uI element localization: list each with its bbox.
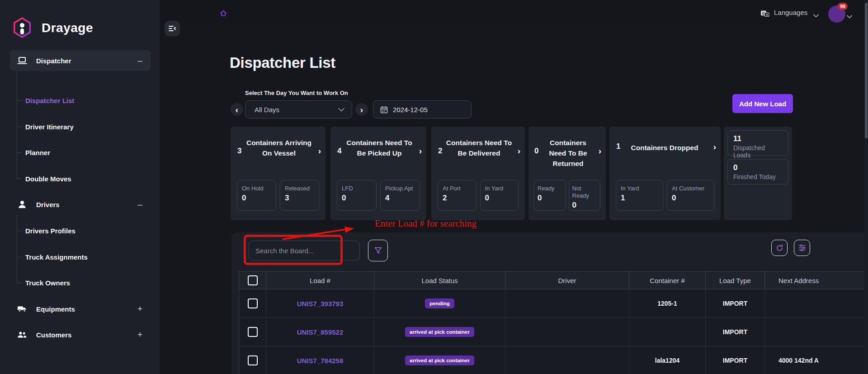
sidebar-item-dispatcher[interactable]: Dispatcher – xyxy=(10,50,151,71)
summary-label: Finished Today xyxy=(733,173,783,180)
sub-value: 0 xyxy=(485,194,514,203)
expand-toggle[interactable]: + xyxy=(137,330,142,340)
chevron-right-icon[interactable]: › xyxy=(518,146,520,156)
add-new-load-button[interactable]: Add New Load xyxy=(732,94,793,113)
truck-icon xyxy=(17,304,27,314)
stat-count: 1 xyxy=(616,142,620,151)
sub-value: 0 xyxy=(242,194,271,203)
app-root: G A Languages 99 Drayage xyxy=(0,0,868,374)
stat-count: 3 xyxy=(237,147,241,156)
sidebar-collapse-button[interactable] xyxy=(165,21,180,36)
stat-sub-released: Released 3 xyxy=(280,180,319,211)
previous-day-button[interactable]: ‹ xyxy=(231,103,243,116)
stat-count: 2 xyxy=(438,147,442,156)
stat-sub-not-ready: Not Ready 0 xyxy=(569,180,601,211)
brand-logo-icon xyxy=(12,16,33,41)
row-checkbox[interactable] xyxy=(248,355,258,365)
sidebar-item-truck-assignments[interactable]: Truck Assignments xyxy=(20,252,140,262)
row-checkbox[interactable] xyxy=(248,298,258,308)
sidebar-item-truck-owners[interactable]: Truck Owners xyxy=(20,278,140,288)
next-day-button[interactable]: › xyxy=(355,103,368,116)
stat-sub-lfd: LFD 0 xyxy=(337,180,377,211)
laptop-icon xyxy=(17,56,27,66)
summary-dispatched-loads: 11 Dispatched Loads xyxy=(727,130,788,156)
annotation-arrow xyxy=(276,222,366,246)
table-row: UNIS7_393793 pending 1205-1 IMPORT xyxy=(239,289,868,318)
column-header-load-type[interactable]: Load Type xyxy=(706,272,765,289)
sidebar-item-planner[interactable]: Planner xyxy=(20,147,140,157)
table-header-row: Load # Load Status Driver Container # Lo… xyxy=(239,271,868,289)
calendar-icon xyxy=(380,106,388,114)
sub-value: 0 xyxy=(572,201,597,210)
day-select[interactable]: All Days xyxy=(245,100,352,118)
sub-value: 0 xyxy=(672,194,709,203)
sidebar-item-customers[interactable]: Customers + xyxy=(10,324,151,345)
column-header-load-number[interactable]: Load # xyxy=(266,272,374,289)
stat-title: Containers Need To Be Delivered xyxy=(446,137,512,158)
chevron-down-icon[interactable] xyxy=(847,12,852,20)
chevron-right-icon[interactable]: › xyxy=(419,146,422,156)
load-number-link[interactable]: UNIS7_784258 xyxy=(297,357,344,365)
refresh-button[interactable] xyxy=(771,240,788,256)
stat-count: 0 xyxy=(534,147,538,156)
load-type-cell: IMPORT xyxy=(723,300,747,307)
filter-button[interactable] xyxy=(368,240,388,261)
tree-line xyxy=(17,71,17,179)
expand-toggle[interactable]: + xyxy=(137,304,142,314)
stat-sub-in-yard: In Yard 0 xyxy=(480,180,519,211)
sidebar: Drayage Dispatcher – Dispatcher List Dri… xyxy=(0,0,160,374)
column-header-load-status[interactable]: Load Status xyxy=(374,272,505,289)
languages-menu[interactable]: Languages xyxy=(774,9,807,16)
annotation-text: Enter Load # for searching xyxy=(375,218,476,229)
sidebar-item-equipments[interactable]: Equipments + xyxy=(10,298,151,319)
load-number-link[interactable]: UNIS7_859522 xyxy=(297,328,344,336)
sidebar-item-double-moves[interactable]: Double Moves xyxy=(20,174,140,184)
chevron-right-icon[interactable]: › xyxy=(713,142,716,152)
summary-finished-today: 0 Finished Today xyxy=(727,159,788,185)
table-row: UNIS7_784258 arrived at pick container l… xyxy=(239,346,868,374)
column-header-container[interactable]: Container # xyxy=(629,272,706,289)
select-all-checkbox[interactable] xyxy=(248,275,258,285)
sidebar-item-drivers-profiles[interactable]: Drivers Profiles xyxy=(20,226,140,236)
sidebar-item-dispatcher-list[interactable]: Dispatcher List xyxy=(20,95,140,105)
chevron-right-icon[interactable]: › xyxy=(599,146,601,156)
translate-icon: G A xyxy=(760,9,769,20)
table-settings-button[interactable] xyxy=(794,240,810,256)
load-number-link[interactable]: UNIS7_393793 xyxy=(297,300,344,308)
column-header-next-address[interactable]: Next Address xyxy=(765,272,868,289)
summary-value: 11 xyxy=(733,134,783,143)
topbar: G A Languages 99 xyxy=(160,0,868,25)
load-type-cell: IMPORT xyxy=(723,328,747,336)
column-header-driver[interactable]: Driver xyxy=(505,272,629,289)
sidebar-item-drivers[interactable]: Drivers – xyxy=(10,194,151,215)
scrollbar-thumb[interactable] xyxy=(865,3,868,138)
stat-sub-pickup-apt: Pickup Apt 4 xyxy=(380,180,420,211)
stat-sub-on-hold: On Hold 0 xyxy=(237,180,276,211)
sub-value: 1 xyxy=(621,194,658,203)
chevron-down-icon xyxy=(813,11,819,19)
funnel-icon xyxy=(374,247,382,254)
collapse-toggle[interactable]: – xyxy=(137,199,142,209)
chevron-down-icon xyxy=(338,105,344,114)
stat-sub-at-customer: At Customer 0 xyxy=(667,180,714,211)
sidebar-item-driver-itinerary[interactable]: Driver Itinerary xyxy=(20,122,140,132)
summary-value: 0 xyxy=(733,163,783,172)
stat-title: Containers Arriving On Vessel xyxy=(245,137,313,158)
home-icon[interactable] xyxy=(219,9,227,19)
next-address-cell: 4000 142nd A xyxy=(778,357,819,364)
sub-label: In Yard xyxy=(621,185,658,192)
row-checkbox[interactable] xyxy=(248,327,258,337)
stat-card-picked-up: 4 Containers Need To Be Picked Up › LFD … xyxy=(330,127,426,220)
tune-sliders-icon xyxy=(798,244,806,251)
sub-label: On Hold xyxy=(242,185,271,192)
stat-sub-in-yard: In Yard 1 xyxy=(616,180,663,211)
chevron-right-icon[interactable]: › xyxy=(318,146,321,156)
stat-card-delivered: 2 Containers Need To Be Delivered › At P… xyxy=(431,127,525,220)
stat-card-dropped: 1 Containers Dropped › In Yard 1 At Cust… xyxy=(609,127,721,220)
loads-table: Load # Load Status Driver Container # Lo… xyxy=(239,271,868,374)
date-picker[interactable]: 2024-12-05 xyxy=(373,100,472,118)
collapse-toggle[interactable]: – xyxy=(137,56,142,66)
stat-title: Containers Need To Be Picked Up xyxy=(345,137,414,158)
sub-value: 2 xyxy=(443,194,472,203)
sub-label: Ready xyxy=(538,185,562,192)
